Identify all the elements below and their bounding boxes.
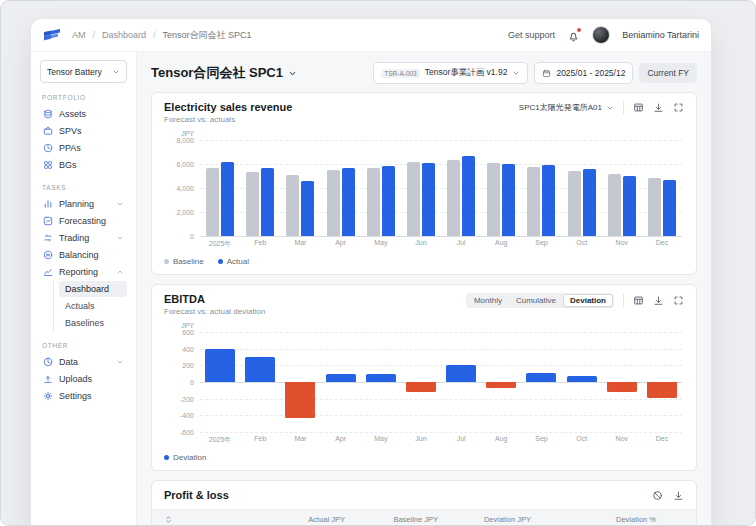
bar-group — [321, 140, 361, 236]
baseline-bar[interactable] — [327, 170, 340, 236]
toggle-deviation[interactable]: Deviation — [563, 294, 613, 307]
legend-item[interactable]: Actual — [218, 257, 249, 266]
deviation-bar[interactable] — [285, 382, 315, 418]
actual-bar[interactable] — [663, 180, 676, 236]
sidebar-item-bgs[interactable]: BGs — [40, 156, 127, 173]
sidebar-item-spvs[interactable]: SPVs — [40, 122, 127, 139]
toggle-monthly[interactable]: Monthly — [467, 294, 509, 307]
deviation-bar[interactable] — [607, 382, 637, 392]
get-support-link[interactable]: Get support — [508, 30, 555, 40]
legend-item[interactable]: Baseline — [164, 257, 204, 266]
organization-select[interactable]: Tensor Battery — [40, 60, 127, 83]
column-header-deviation-pct[interactable]: Deviation % — [531, 515, 684, 524]
actual-bar[interactable] — [261, 168, 274, 236]
bar-group — [642, 140, 682, 236]
actual-bar[interactable] — [462, 156, 475, 236]
card-subtitle: Forecast vs. actuals — [164, 115, 292, 124]
table-view-icon[interactable] — [633, 102, 644, 113]
actual-bar[interactable] — [502, 164, 515, 236]
deviation-bar[interactable] — [366, 374, 396, 382]
sidebar-item-settings[interactable]: Settings — [40, 387, 127, 404]
sidebar-item-ppas[interactable]: PPAs — [40, 139, 127, 156]
deviation-bar[interactable] — [205, 349, 235, 382]
date-range-picker[interactable]: 2025/01 - 2025/12 — [534, 62, 633, 84]
legend-item[interactable]: Deviation — [164, 453, 206, 462]
deviation-bar[interactable] — [446, 365, 476, 382]
baseline-bar[interactable] — [407, 162, 420, 236]
baseline-bar[interactable] — [568, 171, 581, 236]
deviation-bar[interactable] — [245, 357, 275, 382]
deviation-bar[interactable] — [526, 373, 556, 382]
sidebar-subitem-actuals[interactable]: Actuals — [59, 298, 127, 314]
asset-select[interactable]: SPC1太陽光発電所A01 — [519, 102, 614, 113]
bar-group — [361, 140, 401, 236]
deviation-bar[interactable] — [647, 382, 677, 398]
baseline-bar[interactable] — [286, 175, 299, 236]
breadcrumb-item[interactable]: AM — [72, 30, 86, 40]
card-title: Electricity sales revenue — [164, 101, 292, 113]
baseline-bar[interactable] — [246, 172, 259, 236]
breadcrumb-item[interactable]: Dashboard — [102, 30, 146, 40]
bar-group — [481, 140, 521, 236]
breadcrumb-separator: / — [93, 30, 96, 40]
deviation-bar[interactable] — [326, 374, 356, 382]
deviation-bar[interactable] — [567, 376, 597, 382]
column-header-deviation[interactable]: Deviation JPY — [438, 515, 531, 524]
notifications-bell-icon[interactable] — [567, 29, 580, 42]
column-header-actual[interactable]: Actual JPY — [252, 515, 345, 524]
chevron-down-icon — [512, 69, 520, 77]
current-fy-button[interactable]: Current FY — [639, 63, 697, 83]
table-view-icon[interactable] — [633, 295, 644, 306]
sidebar-item-reporting[interactable]: Reporting — [40, 263, 127, 280]
sidebar-item-trading[interactable]: Trading — [40, 229, 127, 246]
deviation-bar[interactable] — [406, 382, 436, 392]
baseline-bar[interactable] — [447, 160, 460, 236]
sidebar-item-label: Assets — [59, 109, 86, 119]
user-avatar[interactable] — [592, 26, 610, 44]
sidebar-item-uploads[interactable]: Uploads — [40, 370, 127, 387]
sidebar-subitem-baselines[interactable]: Baselines — [59, 315, 127, 331]
actual-bar[interactable] — [342, 168, 355, 236]
hide-zeros-icon[interactable] — [652, 490, 663, 501]
toggle-cumulative[interactable]: Cumulative — [509, 294, 563, 307]
chevron-down-icon — [116, 200, 124, 208]
column-header-baseline[interactable]: Baseline JPY — [345, 515, 438, 524]
baseline-bar[interactable] — [487, 163, 500, 236]
expand-all-icon[interactable] — [164, 515, 173, 524]
planning-icon — [43, 199, 53, 209]
actual-bar[interactable] — [382, 166, 395, 236]
download-icon[interactable] — [653, 295, 664, 306]
baseline-bar[interactable] — [206, 168, 219, 236]
sidebar-item-assets[interactable]: Assets — [40, 105, 127, 122]
x-axis-label: Oct — [562, 239, 602, 249]
sidebar-item-data[interactable]: Data — [40, 353, 127, 370]
sidebar-item-balancing[interactable]: Balancing — [40, 246, 127, 263]
sidebar-subitem-dashboard[interactable]: Dashboard — [59, 281, 127, 297]
plot-area: 8,0006,0004,0002,0000 — [200, 140, 682, 236]
download-icon[interactable] — [653, 102, 664, 113]
actual-bar[interactable] — [301, 181, 314, 236]
download-icon[interactable] — [673, 490, 684, 501]
actual-bar[interactable] — [623, 176, 636, 236]
expand-icon[interactable] — [673, 102, 684, 113]
sidebar-item-planning[interactable]: Planning — [40, 195, 127, 212]
app-logo-icon[interactable] — [43, 28, 63, 42]
x-axis-label: May — [361, 435, 401, 445]
actual-bar[interactable] — [221, 162, 234, 236]
baseline-bar[interactable] — [367, 168, 380, 236]
sidebar-item-forecasting[interactable]: Forecasting — [40, 212, 127, 229]
baseline-bar[interactable] — [608, 174, 621, 236]
assets-icon — [43, 109, 53, 119]
bar-group — [602, 140, 642, 236]
deviation-bar[interactable] — [486, 382, 516, 388]
actual-bar[interactable] — [583, 169, 596, 236]
actual-bar[interactable] — [542, 165, 555, 236]
expand-icon[interactable] — [673, 295, 684, 306]
user-name[interactable]: Beniamino Tartarini — [622, 30, 699, 40]
baseline-bar[interactable] — [527, 167, 540, 236]
baseline-bar[interactable] — [648, 178, 661, 236]
y-tick-label: -400 — [164, 412, 194, 419]
page-title[interactable]: Tensor合同会社 SPC1 — [151, 64, 297, 82]
actual-bar[interactable] — [422, 163, 435, 236]
plan-version-select[interactable]: TSR-A-003 Tensor事業計画 v1.92 — [373, 62, 528, 84]
